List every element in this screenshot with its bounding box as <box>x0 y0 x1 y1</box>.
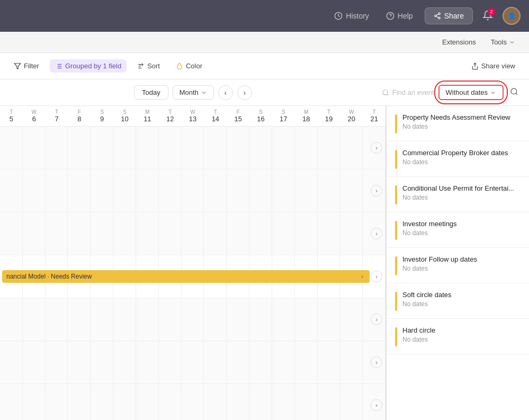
day-cell[interactable] <box>23 298 46 341</box>
day-cell[interactable] <box>204 169 227 212</box>
month-button[interactable]: Month <box>173 85 214 100</box>
row-expand-button[interactable]: › <box>371 142 382 154</box>
day-cell[interactable] <box>159 384 182 420</box>
day-cell[interactable] <box>340 169 363 212</box>
day-cell[interactable] <box>0 169 23 212</box>
day-cell[interactable] <box>23 212 46 255</box>
right-panel-item[interactable]: Soft circle dates No dates <box>387 283 529 319</box>
color-button[interactable]: Color <box>171 59 208 73</box>
next-month-button[interactable]: › <box>237 85 252 100</box>
day-cell[interactable] <box>113 298 136 341</box>
day-cell[interactable] <box>204 341 227 383</box>
day-cell[interactable] <box>159 169 182 212</box>
row-expand-button[interactable]: › <box>371 356 382 368</box>
day-cell[interactable] <box>68 169 91 212</box>
day-cell[interactable] <box>68 127 91 169</box>
day-cell[interactable] <box>159 127 182 169</box>
day-cell[interactable] <box>272 127 295 169</box>
day-cell[interactable] <box>318 384 340 420</box>
day-cell[interactable] <box>295 169 318 212</box>
day-cell[interactable] <box>295 341 318 383</box>
day-cell[interactable] <box>113 169 136 212</box>
day-cell[interactable] <box>23 341 46 383</box>
day-cell[interactable] <box>227 384 249 420</box>
row-expand-button[interactable]: › <box>371 228 382 239</box>
today-button[interactable]: Today <box>134 85 168 100</box>
filter-button[interactable]: Filter <box>8 59 44 73</box>
row-expand-button[interactable]: › <box>371 185 382 196</box>
day-cell[interactable] <box>136 341 159 383</box>
day-cell[interactable] <box>136 298 159 341</box>
day-cell[interactable] <box>272 384 295 420</box>
day-cell[interactable] <box>113 212 136 255</box>
day-cell[interactable] <box>227 212 249 255</box>
day-cell[interactable] <box>136 127 159 169</box>
day-cell[interactable] <box>295 384 318 420</box>
event-bar[interactable]: nancial Model · Needs Review › <box>2 270 370 283</box>
day-cell[interactable] <box>68 384 91 420</box>
row-expand-button[interactable]: › <box>371 399 382 411</box>
day-cell[interactable] <box>159 298 182 341</box>
grouped-button[interactable]: Grouped by 1 field <box>50 59 127 73</box>
day-cell[interactable] <box>46 212 68 255</box>
right-panel-item[interactable]: Investor Follow up dates No dates <box>387 248 529 283</box>
day-cell[interactable] <box>227 341 249 383</box>
day-cell[interactable] <box>46 298 68 341</box>
day-cell[interactable] <box>318 298 340 341</box>
tools-button[interactable]: Tools <box>486 36 521 48</box>
event-expand-button[interactable]: › <box>359 272 365 281</box>
day-cell[interactable] <box>295 298 318 341</box>
day-cell[interactable] <box>249 212 272 255</box>
day-cell[interactable] <box>340 384 363 420</box>
avatar[interactable]: 👤 <box>503 7 521 25</box>
right-panel-item[interactable]: Hard circle No dates <box>387 319 529 354</box>
right-panel-item[interactable]: Commercial Property Broker dates No date… <box>387 141 529 177</box>
day-cell[interactable] <box>204 298 227 341</box>
day-cell[interactable] <box>0 384 23 420</box>
day-cell[interactable] <box>113 127 136 169</box>
day-cell[interactable] <box>318 127 340 169</box>
day-cell[interactable] <box>91 298 113 341</box>
day-cell[interactable] <box>227 127 249 169</box>
day-cell[interactable] <box>182 169 204 212</box>
day-cell[interactable] <box>249 169 272 212</box>
day-cell[interactable] <box>182 384 204 420</box>
day-cell[interactable] <box>272 298 295 341</box>
day-cell[interactable] <box>46 169 68 212</box>
day-cell[interactable] <box>249 384 272 420</box>
day-cell[interactable] <box>46 341 68 383</box>
day-cell[interactable] <box>249 127 272 169</box>
day-cell[interactable] <box>91 127 113 169</box>
day-cell[interactable] <box>0 298 23 341</box>
row-expand-button[interactable]: › <box>371 314 382 325</box>
row-expand-button[interactable]: › <box>371 271 382 282</box>
day-cell[interactable] <box>91 212 113 255</box>
day-cell[interactable] <box>23 127 46 169</box>
share-view-button[interactable]: Share view <box>466 59 521 73</box>
day-cell[interactable] <box>0 341 23 383</box>
share-button[interactable]: Share <box>425 7 473 24</box>
day-cell[interactable] <box>23 169 46 212</box>
search-button[interactable] <box>508 85 521 100</box>
day-cell[interactable] <box>46 384 68 420</box>
day-cell[interactable] <box>340 298 363 341</box>
day-cell[interactable] <box>249 341 272 383</box>
day-cell[interactable] <box>113 341 136 383</box>
day-cell[interactable] <box>159 212 182 255</box>
day-cell[interactable] <box>68 298 91 341</box>
extensions-button[interactable]: Extensions <box>437 36 481 48</box>
day-cell[interactable] <box>0 212 23 255</box>
day-cell[interactable] <box>136 169 159 212</box>
day-cell[interactable] <box>204 127 227 169</box>
day-cell[interactable] <box>204 212 227 255</box>
day-cell[interactable] <box>136 384 159 420</box>
day-cell[interactable] <box>68 341 91 383</box>
day-cell[interactable] <box>272 212 295 255</box>
day-cell[interactable] <box>91 169 113 212</box>
day-cell[interactable] <box>46 127 68 169</box>
day-cell[interactable] <box>68 212 91 255</box>
day-cell[interactable] <box>182 298 204 341</box>
day-cell[interactable] <box>159 341 182 383</box>
day-cell[interactable] <box>91 384 113 420</box>
prev-month-button[interactable]: ‹ <box>218 85 233 100</box>
